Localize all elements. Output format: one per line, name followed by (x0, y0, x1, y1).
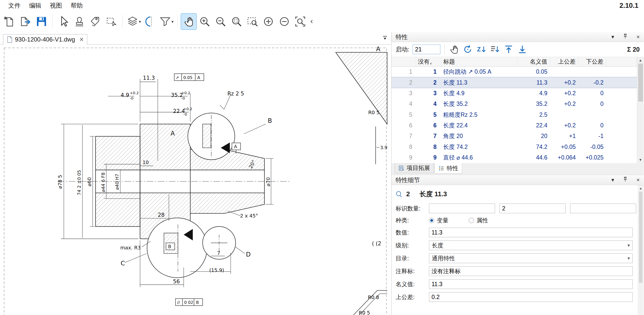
sort-z-icon[interactable]: Z (476, 44, 487, 55)
pin-icon[interactable] (622, 176, 628, 184)
table-row[interactable]: 99 直径 ⌀ 44.644.6 +0.064+0.025 (392, 152, 637, 163)
table-row[interactable]: 44 长度 35.235.2 +0.20 (392, 99, 637, 109)
menu-view[interactable]: 视图 (46, 2, 66, 10)
dimension-label: 74 2 ±0 05 (76, 170, 82, 195)
col-header-no[interactable]: 没有。 (416, 57, 441, 67)
col-header-nominal[interactable]: 名义值 (517, 57, 550, 67)
scrollbar-thumb[interactable] (639, 192, 642, 283)
kind-label: 种类: (396, 216, 429, 224)
scrollbar-thumb[interactable] (638, 64, 643, 102)
refresh-icon[interactable] (462, 44, 473, 55)
col-header-upper[interactable]: 上公差 (550, 57, 578, 67)
save-document-button[interactable] (34, 14, 49, 29)
document-tab[interactable]: 930-1200-406-V1.dwg × (3, 34, 87, 45)
tab-label: 项目拓展 (407, 164, 430, 172)
scroll-up-icon[interactable]: ▲ (637, 57, 644, 64)
start-input[interactable] (413, 45, 440, 54)
qty-input-2[interactable] (500, 204, 566, 213)
svg-text:Z: Z (477, 46, 481, 53)
nominal-input[interactable] (429, 279, 633, 289)
menu-help[interactable]: 帮助 (66, 2, 87, 10)
nominal-label: 名义值: (396, 280, 429, 288)
document-tab-bar: 930-1200-406-V1.dwg × (0, 32, 391, 45)
properties-panel-header: 特性 ▾ × (392, 32, 644, 42)
dimension-label: B (168, 244, 171, 249)
chevron-down-icon[interactable]: ▾ (611, 177, 614, 183)
table-row[interactable]: 33 长度 4.94.9 +0.20 (392, 88, 637, 99)
zoom-in-tool-button[interactable] (197, 14, 212, 29)
sort-list-icon[interactable] (490, 44, 500, 55)
qty-input-1[interactable] (429, 204, 495, 213)
zoom-window-tool-button[interactable] (245, 14, 260, 29)
right-panel: 特性 ▾ × 启动: Z (391, 32, 644, 315)
open-document-button[interactable] (18, 14, 33, 29)
col-header-title[interactable]: 标题 (441, 57, 517, 67)
chevron-down-icon: ▾ (628, 255, 630, 261)
upper-tolerance-input[interactable] (429, 292, 633, 302)
col-header-lower[interactable]: 下公差 (578, 57, 606, 67)
value-input[interactable] (429, 228, 633, 237)
details-body: 2 长度 11.3 标识数量: 种类: 变量 (392, 185, 644, 315)
table-row[interactable]: 88 长度 74.274.2 +0.05-0.05 (392, 142, 637, 152)
mirror-tool-button[interactable] (142, 14, 158, 29)
dimension-label: 2 x 45° (240, 213, 258, 219)
qty-input-3[interactable] (570, 204, 636, 213)
drawing-canvas[interactable]: 11.34.9+0.2-035.2+0.2-0Rz 2 522.4+0.2-0B… (0, 45, 391, 315)
radio-variable[interactable]: 变量 (429, 216, 448, 224)
col-header-blank[interactable] (392, 57, 416, 67)
decrease-tool-button[interactable] (277, 14, 292, 29)
details-scrollbar[interactable]: ▲ (638, 185, 644, 315)
table-row[interactable]: 55 粗糙度Rz 2.52.5 (392, 109, 637, 120)
scroll-up-icon[interactable]: ▲ (639, 185, 642, 191)
pan-tool-button[interactable] (181, 14, 196, 29)
toolbar: ▾ ▾ (0, 11, 644, 32)
move-bottom-icon[interactable] (517, 44, 528, 55)
details-item-title: 长度 11.3 (419, 190, 447, 199)
tag-tool-button[interactable] (88, 14, 103, 29)
zoom-dynamic-tool-button[interactable] (229, 14, 244, 29)
layers-tool-button[interactable]: ▾ (126, 14, 142, 29)
stamp-tool-button[interactable] (72, 14, 87, 29)
note-input[interactable] (429, 266, 633, 276)
increase-tool-button[interactable] (261, 14, 276, 29)
chevron-down-icon[interactable]: ▾ (611, 34, 614, 40)
table-row[interactable]: 77 角度 2020 +1-1 (392, 131, 637, 142)
new-document-button[interactable] (2, 14, 17, 29)
select-tool-button[interactable] (56, 14, 71, 29)
radio-dot[interactable] (469, 218, 474, 223)
menu-bar: 文件 编辑 视图 帮助 2.10.1 (0, 0, 644, 11)
tab-overflow-button[interactable] (382, 35, 388, 42)
marquee-tool-button[interactable] (104, 14, 119, 29)
hand-icon[interactable] (449, 44, 459, 55)
menu-edit[interactable]: 编辑 (25, 2, 46, 10)
menu-file[interactable]: 文件 (4, 2, 25, 10)
document-area: 930-1200-406-V1.dwg × (0, 32, 391, 315)
radio-attribute[interactable]: 属性 (469, 216, 488, 224)
zoom-fit-tool-button[interactable] (293, 14, 308, 29)
dimension-label: 28 (158, 212, 165, 218)
tab-project-expand[interactable]: 项目拓展 (395, 163, 434, 173)
radio-dot[interactable] (429, 218, 434, 223)
dimension-label: 56 (173, 278, 180, 285)
close-icon[interactable]: × (636, 177, 640, 183)
details-title-row: 2 长度 11.3 (396, 190, 633, 199)
tab-characteristics[interactable]: 特性 (435, 163, 462, 174)
close-icon[interactable]: × (636, 34, 640, 40)
move-top-icon[interactable] (503, 44, 514, 55)
filter-tool-button[interactable]: ▾ (158, 14, 174, 29)
close-icon[interactable]: × (80, 36, 84, 43)
table-row[interactable]: 66 长度 22.422.4 +0.20 (392, 120, 637, 131)
toolbar-overflow-button[interactable] (309, 14, 315, 29)
pin-icon[interactable] (622, 33, 628, 41)
zoom-out-tool-button[interactable] (213, 14, 228, 29)
level-select[interactable]: 长度 ▾ (429, 241, 633, 250)
catalog-select[interactable]: 通用特性 ▾ (429, 253, 633, 263)
dimension-label: max. R3 (120, 245, 141, 251)
table-row[interactable]: 11 径向跳动 ↗ 0.05 A0.05 (392, 67, 637, 77)
table-scrollbar[interactable]: ▲ ▼ (637, 57, 644, 163)
balloon-icon (396, 191, 403, 198)
dimension-label: ⌀60 (87, 177, 92, 186)
details-panel-header: 特性细节 ▾ × (392, 175, 644, 185)
scroll-down-icon[interactable]: ▼ (637, 156, 644, 163)
table-row-selected[interactable]: 22 长度 11.311.3 +0.2-0.2 (392, 77, 637, 88)
